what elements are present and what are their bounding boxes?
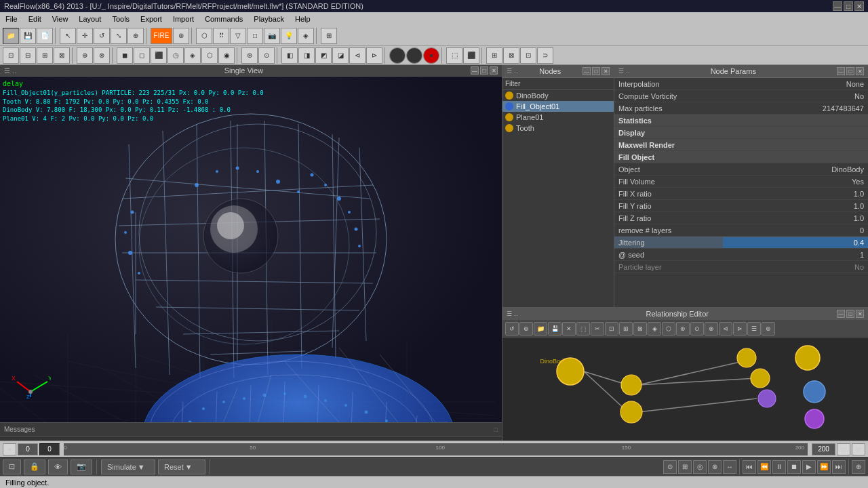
tb-save-btn[interactable]: 💾	[20, 28, 36, 44]
play-next[interactable]: ⏩	[817, 460, 831, 474]
menu-view[interactable]: View	[47, 12, 74, 26]
close-button[interactable]: ✕	[854, 1, 864, 11]
viewport-restore-btn[interactable]: □	[480, 66, 488, 75]
tb-select-btn[interactable]: ↖	[60, 28, 76, 44]
rel-tb-btn-8[interactable]: ⊡	[605, 322, 618, 336]
rel-tb-btn-2[interactable]: ⊕	[519, 322, 533, 336]
tb2-btn-4[interactable]: ⊠	[54, 47, 70, 64]
play-play[interactable]: ▶	[802, 460, 816, 474]
frame-start-input[interactable]	[18, 443, 38, 455]
tb2-btn-16[interactable]: ◧	[281, 47, 298, 64]
menu-commands[interactable]: Commands	[199, 12, 248, 26]
tb2-radio-1[interactable]: ○	[389, 47, 406, 64]
tb2-btn-6[interactable]: ⊗	[94, 47, 110, 64]
tb2-btn-20[interactable]: ⊲	[349, 47, 366, 64]
rel-tb-btn-7[interactable]: ✂	[591, 322, 604, 336]
param-jittering[interactable]: Jittering 0.4	[614, 237, 868, 249]
rel-tb-btn-16[interactable]: ⊲	[719, 322, 732, 336]
rel-tb-btn-10[interactable]: ⊠	[633, 322, 647, 336]
sim-btn-lock[interactable]: 🔒	[24, 460, 45, 474]
tb-layout-btn[interactable]: ⊞	[321, 28, 337, 44]
rel-tb-btn-18[interactable]: ☰	[747, 322, 761, 336]
tb2-btn-10[interactable]: ◷	[167, 47, 184, 64]
rel-tb-btn-6[interactable]: ⬚	[576, 322, 590, 336]
title-bar-controls[interactable]: — □ ✕	[833, 1, 864, 11]
tb2-btn-19[interactable]: ◪	[332, 47, 349, 64]
tb-object-btn[interactable]: □	[247, 28, 263, 44]
rel-tb-btn-9[interactable]: ⊞	[619, 322, 633, 336]
play-btn-resize[interactable]: ⊞	[678, 460, 692, 474]
rel-tb-btn-3[interactable]: 📁	[534, 322, 547, 336]
tb2-snap-btn[interactable]: ⊞	[486, 47, 502, 64]
node-item-plane[interactable]: Plane01	[502, 112, 614, 123]
play-skip-end[interactable]: ⏭	[832, 460, 846, 474]
rel-tb-btn-1[interactable]: ↺	[505, 322, 519, 336]
tb-move-btn[interactable]: ✛	[77, 28, 93, 44]
rel-close-btn[interactable]: ✕	[856, 310, 864, 318]
tb2-btn-21[interactable]: ⊳	[366, 47, 382, 64]
sim-btn-eye[interactable]: 👁	[48, 460, 68, 474]
rel-tb-btn-14[interactable]: ⊙	[690, 322, 704, 336]
node-params-controls[interactable]: — □ ✕	[837, 67, 864, 75]
rel-restore-btn[interactable]: □	[846, 310, 854, 318]
viewport-canvas[interactable]: delay Fill_Object01(y_particles) PARTICL…	[0, 77, 502, 422]
tb2-render-btn[interactable]: ⬚	[446, 47, 462, 64]
menu-edit[interactable]: Edit	[23, 12, 47, 26]
rel-controls[interactable]: — □ ✕	[837, 310, 864, 318]
play-btn-sync[interactable]: ↔	[723, 460, 736, 474]
rel-tb-btn-4[interactable]: 💾	[548, 322, 561, 336]
tb-fluid-btn[interactable]: ▽	[230, 28, 246, 44]
tb2-btn-17[interactable]: ◨	[298, 47, 315, 64]
tb2-btn-11[interactable]: ◈	[184, 47, 201, 64]
menu-help[interactable]: Help	[290, 12, 316, 26]
menu-file[interactable]: File	[0, 12, 23, 26]
rel-tb-btn-5[interactable]: ✕	[562, 322, 576, 336]
menu-layout[interactable]: Layout	[73, 12, 106, 26]
rel-tb-btn-13[interactable]: ⊛	[676, 322, 690, 336]
tb2-btn-3[interactable]: ⊞	[37, 47, 53, 64]
tb2-btn-1[interactable]: ⊡	[3, 47, 19, 64]
rel-tb-btn-12[interactable]: ⬡	[662, 322, 675, 336]
viewport-close-btn[interactable]: ✕	[490, 66, 498, 75]
play-btn-eye[interactable]: ◎	[693, 460, 707, 474]
tb-transform-btn[interactable]: ⊕	[127, 28, 144, 44]
tb2-radio-2[interactable]: ○	[406, 47, 422, 64]
node-item-fill-object[interactable]: Fill_Object01	[502, 101, 614, 112]
current-frame-input[interactable]	[39, 443, 60, 455]
tb2-btn-18[interactable]: ◩	[315, 47, 332, 64]
tb2-misc-btn[interactable]: ⊃	[537, 47, 553, 64]
param-section-display[interactable]: Display	[614, 127, 868, 139]
tb2-btn-2[interactable]: ⊟	[20, 47, 36, 64]
play-prev[interactable]: ⏪	[757, 460, 771, 474]
params-minimize-btn[interactable]: —	[837, 67, 845, 75]
tb-mesh-btn[interactable]: ⬡	[196, 28, 212, 44]
rel-tb-btn-19[interactable]: ⊕	[762, 322, 775, 336]
tb2-magnet-btn[interactable]: ⊠	[503, 47, 519, 64]
menu-tools[interactable]: Tools	[106, 12, 135, 26]
tb2-btn-15[interactable]: ⊙	[258, 47, 275, 64]
rel-tb-btn-15[interactable]: ⊗	[705, 322, 718, 336]
viewport-controls[interactable]: — □ ✕	[471, 66, 498, 75]
nodes-close-btn[interactable]: ✕	[601, 67, 610, 75]
sim-btn-cam[interactable]: 📷	[71, 460, 92, 474]
tb-scale-btn[interactable]: ⤡	[111, 28, 127, 44]
play-btn-link[interactable]: ⊗	[708, 460, 722, 474]
params-restore-btn[interactable]: □	[846, 67, 854, 75]
menu-playback[interactable]: Playback	[248, 12, 290, 26]
reset-button[interactable]: Reset ▼	[158, 460, 205, 474]
nodes-panel-controls[interactable]: — □ ✕	[583, 67, 610, 75]
viewport-corner-btn[interactable]: □	[494, 426, 498, 433]
tb2-render2-btn[interactable]: ⬛	[463, 47, 479, 64]
nodes-restore-btn[interactable]: □	[592, 67, 600, 75]
nodes-minimize-btn[interactable]: —	[583, 67, 591, 75]
bb-timeline-btn[interactable]: ⊡	[837, 443, 850, 455]
tb-material-btn[interactable]: ◈	[298, 28, 314, 44]
tb2-btn-13[interactable]: ◉	[218, 47, 235, 64]
sim-btn-tools[interactable]: ⊡	[3, 460, 21, 474]
tb2-btn-9[interactable]: ⬛	[151, 47, 167, 64]
tb-particle-btn[interactable]: ⠿	[213, 28, 229, 44]
bb-timeline-btn2[interactable]: ⊠	[852, 443, 865, 455]
tb2-btn-12[interactable]: ⬡	[201, 47, 218, 64]
timeline-area[interactable]: 0 50 100 150 200	[64, 443, 808, 455]
tb-light-btn[interactable]: 💡	[281, 28, 297, 44]
